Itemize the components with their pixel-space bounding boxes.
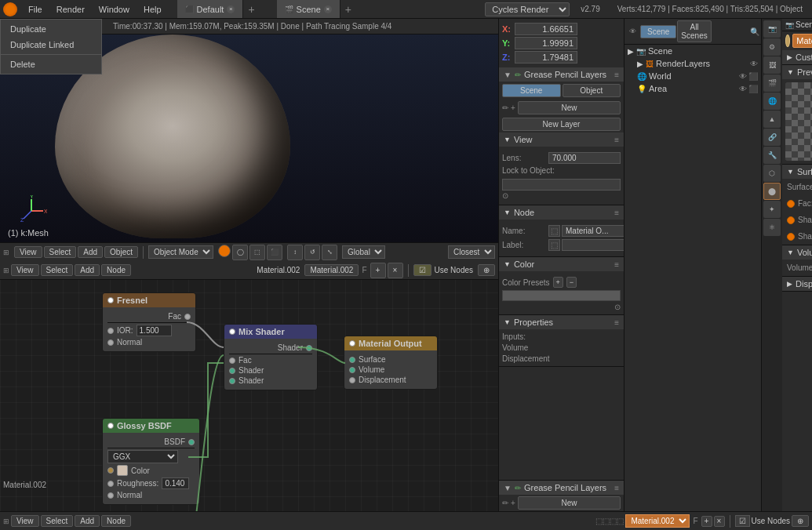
bottom-pin-btn[interactable]: +	[701, 516, 712, 527]
use-nodes-btn[interactable]: ☑	[413, 264, 431, 276]
area-render[interactable]: ⬛	[748, 85, 758, 93]
props-options[interactable]: ≡	[614, 318, 619, 327]
particles-tab[interactable]: ✦	[763, 201, 781, 218]
x-value[interactable]: 1.66651	[515, 23, 577, 35]
glossy-color-swatch[interactable]	[117, 465, 128, 476]
gp-bottom-options[interactable]: ≡	[614, 484, 619, 492]
displacement-header[interactable]: ▶ Displacement ≡	[782, 277, 812, 291]
node-view-btn[interactable]: View	[11, 264, 39, 276]
area-eye[interactable]: 👁	[739, 85, 747, 93]
surface-header[interactable]: ▼ Surface ≡	[782, 165, 812, 179]
color-bar[interactable]	[502, 290, 621, 301]
glossy-rough-socket[interactable]	[107, 481, 114, 487]
volume-header[interactable]: ▼ Volume ≡	[782, 245, 812, 260]
gp-bottom-new-btn[interactable]: New	[518, 496, 621, 510]
fac-dot[interactable]	[787, 200, 795, 208]
pivot-select[interactable]: Global Local	[342, 245, 385, 259]
mix-shader2-socket[interactable]	[229, 378, 235, 384]
bottom-material-select[interactable]: Material.002	[625, 514, 690, 528]
gp-scene-btn[interactable]: Scene	[502, 84, 561, 97]
bottom-close-btn[interactable]: ×	[714, 516, 725, 527]
glossy-dot[interactable]	[107, 423, 114, 429]
node-pin-btn[interactable]: +	[370, 263, 386, 278]
material-color-dot[interactable]	[785, 34, 790, 47]
mat-surface-socket[interactable]	[349, 357, 355, 363]
mat-volume-socket[interactable]	[349, 367, 355, 373]
node-material-select[interactable]: Material.002	[304, 264, 359, 276]
duplicate-linked-item[interactable]: Duplicate Linked	[1, 37, 101, 53]
gp-object-btn[interactable]: Object	[563, 84, 621, 97]
view-panel-header[interactable]: ▼ View ≡	[499, 132, 624, 147]
custom-props-header[interactable]: ▶ Custom Properties ≡	[782, 50, 812, 64]
select-menu-btn[interactable]: Select	[44, 246, 77, 258]
gp-new-layer-btn[interactable]: New Layer	[502, 118, 621, 131]
viewport-shading-rendered[interactable]: ⬛	[267, 245, 282, 260]
scene-tab-btn[interactable]: Scene	[640, 25, 676, 38]
gp-options[interactable]: ≡	[614, 71, 619, 79]
scene-tab-close[interactable]: ×	[324, 5, 332, 13]
workspace-tab-close[interactable]: ×	[227, 5, 235, 13]
mix-shader1-socket[interactable]	[229, 368, 235, 374]
preview-header[interactable]: ▼ Preview ≡	[782, 65, 812, 79]
scene-settings-tab[interactable]: 🎬	[763, 74, 781, 92]
node-label-input[interactable]	[562, 239, 624, 251]
gp-header[interactable]: ▼ ✏ Grease Pencil Layers ≡	[499, 67, 624, 82]
viewport-shading-solid[interactable]	[218, 245, 231, 257]
object-menu-btn[interactable]: Object	[104, 246, 138, 258]
world-tree-item[interactable]: 🌐 World 👁 ⬛	[634, 70, 761, 82]
glossy-normal-socket[interactable]	[107, 492, 114, 499]
window-menu[interactable]: Window	[93, 3, 136, 16]
fresnel-node[interactable]: Fresnel Fac IOR: Normal	[102, 292, 196, 352]
lock-object-input[interactable]	[502, 179, 621, 191]
render-engine-select[interactable]: Cycles Render Blender Render	[485, 2, 570, 16]
material-output-node[interactable]: Material Output Surface Volume Displacem…	[344, 336, 438, 390]
physics-tab[interactable]: ⚛	[763, 219, 781, 236]
mix-fac-socket[interactable]	[229, 358, 235, 364]
material-tab-active[interactable]: ⬤	[763, 183, 781, 200]
modifiers-tab[interactable]: 🔧	[763, 147, 781, 164]
object-mode-select[interactable]: Object Mode Edit Mode	[148, 245, 213, 259]
fresnel-ior-input[interactable]	[137, 325, 172, 336]
scene-tree-item[interactable]: ▶ 📷 Scene	[624, 45, 761, 57]
fresnel-fac-socket[interactable]	[184, 314, 191, 320]
fresnel-ior-socket[interactable]	[107, 328, 114, 334]
world-eye[interactable]: 👁	[739, 72, 747, 81]
constraints-tab[interactable]: 🔗	[763, 129, 781, 146]
view-options[interactable]: ≡	[614, 136, 619, 144]
gp-new-btn[interactable]: New	[518, 101, 621, 114]
scale-btn[interactable]: ⤡	[322, 245, 337, 260]
add-workspace-btn[interactable]: +	[243, 2, 259, 17]
glossy-color-socket[interactable]	[107, 467, 114, 474]
bottom-add-btn[interactable]: Add	[75, 515, 100, 527]
duplicate-item[interactable]: Duplicate	[1, 21, 101, 37]
mix-shader-out-socket[interactable]	[306, 345, 312, 351]
data-tab[interactable]: ⬡	[763, 165, 781, 182]
bottom-view-btn[interactable]: View	[11, 515, 39, 527]
help-menu[interactable]: Help	[137, 3, 168, 16]
workspace-default-tab[interactable]: ⬛ Default ×	[177, 0, 244, 18]
y-value[interactable]: 1.99991	[515, 37, 577, 49]
snapping-btn[interactable]: ⊕	[792, 515, 809, 527]
color-presets-add[interactable]: +	[553, 277, 563, 288]
renderlayers-tree-item[interactable]: ▶ 🖼 RenderLayers 👁	[634, 57, 761, 70]
add-menu-btn[interactable]: Add	[78, 246, 103, 258]
all-scenes-tab-btn[interactable]: All Scenes	[677, 20, 711, 42]
shader2-dot[interactable]	[787, 233, 795, 241]
mat-displacement-socket[interactable]	[349, 377, 355, 383]
world-tab[interactable]: 🌐	[763, 93, 781, 110]
bottom-select-btn[interactable]: Select	[41, 515, 74, 527]
glossy-roughness-input[interactable]	[162, 477, 189, 489]
render-tab[interactable]: 📷	[763, 20, 781, 38]
object-props-tab[interactable]: ▲	[763, 111, 781, 128]
delete-item[interactable]: Delete	[1, 56, 101, 72]
node-select-btn[interactable]: Select	[41, 264, 74, 276]
renderlayers-eye[interactable]: 👁	[750, 60, 758, 68]
node-panel-options[interactable]: ≡	[614, 209, 619, 217]
material-name-input[interactable]	[792, 34, 812, 48]
use-nodes-checkbox[interactable]: ☑	[735, 515, 750, 527]
manipulator-btn[interactable]: ↕	[287, 245, 303, 260]
world-render[interactable]: ⬛	[748, 72, 758, 81]
bottom-node-btn[interactable]: Node	[101, 515, 131, 527]
node-snapping-btn[interactable]: ⊕	[478, 264, 495, 276]
lens-input[interactable]	[548, 152, 621, 164]
